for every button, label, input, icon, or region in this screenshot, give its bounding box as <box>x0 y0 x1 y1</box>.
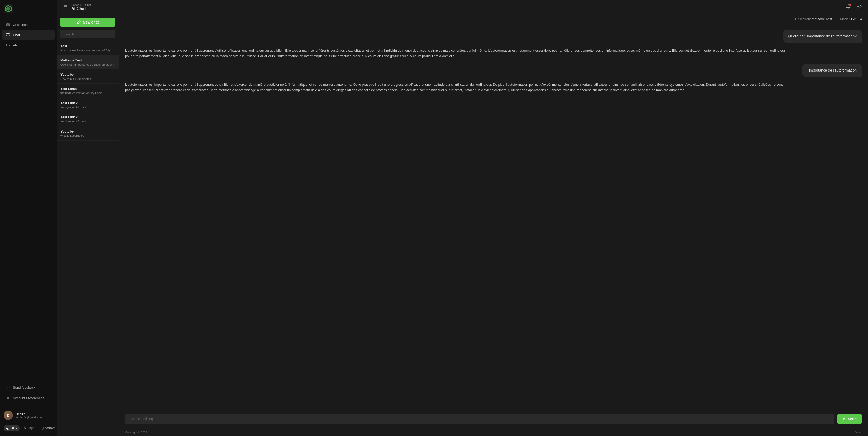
hamburger-icon <box>63 4 68 9</box>
logo-area <box>0 0 57 18</box>
sidebar-item-account-preferences[interactable]: Account Preferences <box>2 393 55 403</box>
header-left: Pages / AI Chat AI Chat <box>62 3 91 11</box>
chat-item-subtitle: the updated version of City Code <box>60 91 115 95</box>
chat-item[interactable]: Test Links the updated version of City C… <box>57 84 119 98</box>
gear-icon <box>857 4 862 9</box>
settings-button[interactable] <box>856 3 863 11</box>
brand-text: Vxtor <box>855 431 862 434</box>
chat-item[interactable]: Youtube How to build kubernetes <box>57 69 119 84</box>
moon-icon <box>6 427 9 430</box>
chat-item-title: Youtube <box>60 129 115 133</box>
message-user: Quelle est l'importance de l'autoformati… <box>783 30 862 42</box>
chat-item-title: Test Links <box>60 87 115 91</box>
message-assistant: L'autoformation est importante car elle … <box>125 48 788 59</box>
messages-container: Quelle est l'importance de l'autoformati… <box>119 24 868 409</box>
breadcrumb-path: Pages / AI Chat <box>71 3 91 6</box>
sidebar-item-send-feedback[interactable]: Send feedback <box>2 382 55 392</box>
user-email: feurler44@gmail.com <box>16 416 43 419</box>
copyright-text: Copyright © 2024 <box>125 431 147 434</box>
send-label: Send <box>848 417 857 421</box>
notification-dot <box>849 4 851 6</box>
theme-switcher: Dark Light System <box>2 424 55 433</box>
chat-list: Test How to view the updated version of … <box>57 41 119 436</box>
svg-point-10 <box>24 428 26 429</box>
sidebar-item-collections[interactable]: Collections <box>2 20 55 29</box>
svg-rect-15 <box>41 427 43 429</box>
send-button[interactable]: Send <box>837 414 862 424</box>
chat-item-title: Test Link 2 <box>60 101 115 105</box>
chat-item-subtitle: Immigration Affidavit <box>60 106 115 109</box>
collection-label: Collection: <box>795 17 812 21</box>
main-content: Pages / AI Chat AI Chat <box>57 0 868 436</box>
globe-icon <box>6 22 10 27</box>
model-info: Model: GPT_4 <box>840 17 862 21</box>
sidebar-item-chat[interactable]: Chat <box>2 30 55 40</box>
app-logo <box>4 4 13 13</box>
breadcrumb: Pages / AI Chat AI Chat <box>71 3 91 11</box>
sidebar-item-chat-label: Chat <box>13 33 20 37</box>
svg-rect-7 <box>6 34 10 36</box>
sun-icon <box>23 427 26 430</box>
chat-item[interactable]: Test How to view the updated version of … <box>57 41 119 55</box>
theme-dark-button[interactable]: Dark <box>4 425 20 431</box>
user-section[interactable]: D Desire feurler44@gmail.com <box>2 408 55 423</box>
preferences-icon <box>6 396 10 400</box>
chat-item-title: Methode Test <box>60 58 115 62</box>
content-wrapper: New chat Test How to view the updated ve… <box>57 14 868 436</box>
message-text: Quelle est l'importance de l'autoformati… <box>788 34 857 38</box>
sidebar-item-api[interactable]: API <box>2 40 55 50</box>
sidebar-navigation: Collections Chat API <box>0 18 57 405</box>
chat-list-panel: New chat Test How to view the updated ve… <box>57 14 119 436</box>
monitor-icon <box>40 427 44 430</box>
svg-rect-8 <box>6 386 10 388</box>
chat-item-title: Youtube <box>60 72 115 76</box>
chat-area: Collection: Methode Test Model: GPT_4 Qu… <box>119 14 868 436</box>
sidebar-bottom: D Desire feurler44@gmail.com Dark <box>0 405 57 436</box>
search-input[interactable] <box>60 30 116 38</box>
chat-item-title: Test Link 2 <box>60 115 115 119</box>
theme-light-label: Light <box>28 427 34 430</box>
top-header: Pages / AI Chat AI Chat <box>57 0 868 14</box>
chat-icon <box>6 33 10 37</box>
cloud-icon <box>6 43 10 48</box>
model-value: GPT_4 <box>851 17 862 21</box>
chat-item-subtitle: what is kubernetes <box>60 134 115 137</box>
search-wrapper <box>60 30 116 38</box>
theme-light-button[interactable]: Light <box>21 425 37 431</box>
edit-icon <box>77 20 81 24</box>
menu-button[interactable] <box>62 3 69 11</box>
header-right <box>845 3 863 11</box>
message-text: L'autoformation est importante car elle … <box>125 49 785 58</box>
svg-point-9 <box>7 397 9 399</box>
theme-dark-label: Dark <box>10 427 17 430</box>
chat-item-title: Test <box>60 44 115 48</box>
send-icon <box>842 417 846 421</box>
chat-item[interactable]: Test Link 2 Immigration Affidavit <box>57 98 119 112</box>
message-user: l'importance de l'autoformation <box>802 64 862 77</box>
sidebar-item-feedback-label: Send feedback <box>13 386 35 390</box>
feedback-icon <box>6 385 10 390</box>
sidebar-item-collections-label: Collections <box>13 23 29 27</box>
message-assistant: L'autoformation est importante car elle … <box>125 82 788 93</box>
notifications-button[interactable] <box>845 3 852 11</box>
theme-system-label: System <box>45 427 55 430</box>
sidebar-item-preferences-label: Account Preferences <box>13 396 44 400</box>
sidebar-item-api-label: API <box>13 43 18 47</box>
new-chat-label: New chat <box>83 20 99 24</box>
user-info: Desire feurler44@gmail.com <box>16 412 43 419</box>
collection-info: Collection: Methode Test <box>795 17 832 21</box>
avatar-initials: D <box>7 413 9 417</box>
footer: Copyright © 2024 Vxtor <box>119 429 868 436</box>
chat-item-subtitle: Quelle est l'importance de l'autoformati… <box>60 63 115 66</box>
chat-item-subtitle: How to build kubernetes <box>60 77 115 80</box>
message-text: l'importance de l'autoformation <box>808 68 857 72</box>
chat-item[interactable]: Youtube what is kubernetes <box>57 126 119 141</box>
chat-item[interactable]: Test Link 2 Immigration Affidavit <box>57 112 119 126</box>
chat-input[interactable] <box>125 413 834 425</box>
theme-system-button[interactable]: System <box>38 425 58 431</box>
user-name: Desire <box>16 412 43 416</box>
new-chat-button[interactable]: New chat <box>60 18 116 27</box>
chat-item-subtitle: Immigration Affidavit <box>60 120 115 123</box>
message-text: L'autoformation est importante car elle … <box>125 83 783 92</box>
chat-item[interactable]: Methode Test Quelle est l'importance de … <box>57 55 119 69</box>
